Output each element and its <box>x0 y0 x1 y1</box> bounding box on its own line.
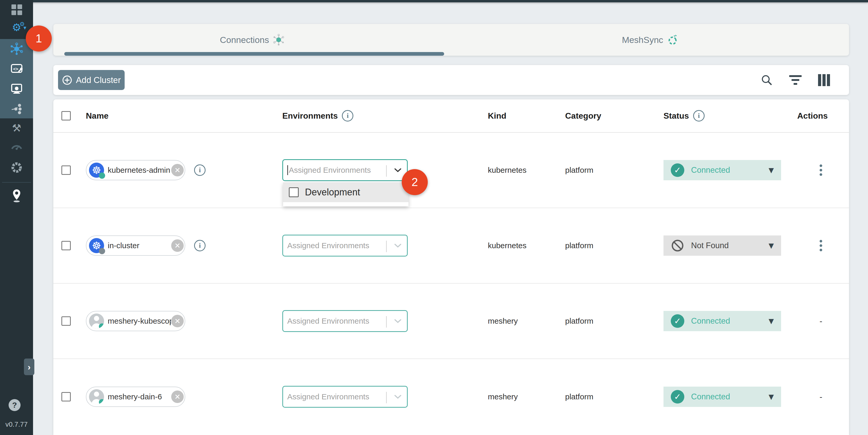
dropdown-option-development[interactable]: Development <box>283 182 408 202</box>
user-avatar <box>89 389 104 404</box>
environments-select[interactable]: Assigned Environments <box>282 310 408 332</box>
connection-name: kubernetes-admin… <box>104 166 171 175</box>
connection-status-dot <box>99 173 105 179</box>
sidebar-item-designs[interactable] <box>10 102 23 115</box>
connection-name: meshery-kubescop… <box>104 317 171 325</box>
add-cluster-button[interactable]: Add Cluster <box>58 70 125 90</box>
table-row: ☸ kubernetes-admin… ✕ i Assigned Environ… <box>53 133 849 208</box>
chevron-down-icon[interactable] <box>394 319 402 323</box>
gear-icon: ⚙⚙ <box>12 22 21 33</box>
status-select[interactable]: ✓ Connected ▼ <box>663 386 781 407</box>
row-checkbox[interactable] <box>61 241 71 250</box>
sidebar-item-adapters[interactable]: <> <box>10 62 23 75</box>
filter-icon[interactable] <box>788 73 803 87</box>
status-select[interactable]: Not Found ▼ <box>663 236 781 256</box>
expand-chevron-icon: › <box>28 362 30 372</box>
remove-connection-icon[interactable]: ✕ <box>171 315 184 327</box>
environments-placeholder: Assigned Environments <box>289 166 371 175</box>
column-header-kind[interactable]: Kind <box>488 111 506 121</box>
sidebar-item-extensions[interactable] <box>10 161 23 174</box>
table-row: meshery-dain-6 ✕ Assigned Environments m… <box>53 359 849 434</box>
lifecycle-gears-icon[interactable]: ⚙⚙ <box>10 21 23 34</box>
tools-icon: ⚒ <box>12 122 21 134</box>
sidebar-item-performance[interactable] <box>10 140 23 153</box>
connection-chip[interactable]: meshery-dain-6 ✕ <box>86 386 185 407</box>
chevron-down-icon[interactable] <box>394 168 402 173</box>
chevron-down-icon[interactable]: ▾ <box>23 25 26 31</box>
tab-meshsync[interactable]: MeshSync <box>451 24 849 56</box>
table-header-row: Name Environments i Kind Category Status… <box>53 99 849 133</box>
row-info-icon[interactable]: i <box>194 240 206 251</box>
connection-chip[interactable]: ☸ in-cluster ✕ <box>86 236 185 256</box>
row-checkbox[interactable] <box>61 316 71 326</box>
column-header-name[interactable]: Name <box>86 111 108 121</box>
environments-placeholder: Assigned Environments <box>287 317 369 325</box>
status-info-icon[interactable]: i <box>693 110 705 122</box>
sidebar-item-configuration[interactable]: ⚒ <box>10 122 23 134</box>
remove-connection-icon[interactable]: ✕ <box>171 239 184 252</box>
tab-connections[interactable]: Connections <box>53 24 451 56</box>
status-dropdown-arrow-icon[interactable]: ▼ <box>769 166 774 174</box>
kind-value: kubernetes <box>488 166 526 175</box>
meshsync-spinner-icon <box>667 34 678 45</box>
remove-connection-icon[interactable]: ✕ <box>171 391 184 403</box>
chevron-down-icon[interactable] <box>394 243 402 248</box>
status-dropdown-arrow-icon[interactable]: ▼ <box>769 393 774 401</box>
status-select[interactable]: ✓ Connected ▼ <box>663 311 781 331</box>
no-actions-dash: - <box>819 392 823 402</box>
row-info-icon[interactable]: i <box>194 164 206 176</box>
location-pin-icon <box>10 188 23 203</box>
tab-meshsync-label: MeshSync <box>622 35 663 45</box>
column-header-environments[interactable]: Environments i <box>282 110 353 122</box>
environments-select[interactable]: Assigned Environments Development <box>282 159 408 181</box>
screen-person-icon <box>10 82 23 95</box>
sidebar-item-get-started[interactable] <box>10 189 23 202</box>
connections-tabs-card: Connections MeshSync <box>53 24 849 56</box>
dashboard-grid-icon <box>11 4 22 15</box>
sidebar-expand-button[interactable]: › <box>24 359 34 375</box>
select-all-checkbox[interactable] <box>61 111 71 120</box>
status-dropdown-arrow-icon[interactable]: ▼ <box>769 242 774 249</box>
check-circle-icon: ✓ <box>671 390 684 404</box>
sidebar-item-connections[interactable] <box>10 42 23 55</box>
category-value: platform <box>565 241 593 250</box>
status-dropdown-arrow-icon[interactable]: ▼ <box>769 317 774 325</box>
remove-connection-icon[interactable]: ✕ <box>171 164 184 177</box>
meshery-app: ⚙⚙ ▾ <> <box>0 0 868 435</box>
table-row: meshery-kubescop… ✕ Assigned Environment… <box>53 284 849 359</box>
text-cursor <box>287 165 288 175</box>
annotation-step-1: 1 <box>26 26 52 52</box>
connection-name: in-cluster <box>104 241 171 250</box>
status-label: Not Found <box>691 241 729 250</box>
check-circle-icon: ✓ <box>671 163 684 177</box>
kubernetes-logo-icon: ☸ <box>89 238 104 253</box>
environments-select[interactable]: Assigned Environments <box>282 386 408 408</box>
column-header-category[interactable]: Category <box>565 111 601 121</box>
row-checkbox[interactable] <box>61 392 71 401</box>
connection-name: meshery-dain-6 <box>104 392 171 401</box>
user-avatar <box>89 313 104 329</box>
status-label: Connected <box>691 165 730 175</box>
chevron-down-icon[interactable] <box>394 395 402 399</box>
development-checkbox[interactable] <box>289 187 299 197</box>
select-divider <box>386 241 386 252</box>
search-icon[interactable] <box>760 73 774 87</box>
row-checkbox[interactable] <box>61 165 71 175</box>
status-label: Connected <box>691 316 730 326</box>
row-actions-menu-icon[interactable] <box>817 162 824 178</box>
branch-graph-icon <box>10 102 23 115</box>
toolbar-icons <box>760 65 831 95</box>
environments-info-icon[interactable]: i <box>342 110 353 122</box>
connection-chip[interactable]: ☸ kubernetes-admin… ✕ <box>86 160 185 180</box>
connection-chip[interactable]: meshery-kubescop… ✕ <box>86 311 185 331</box>
status-select[interactable]: ✓ Connected ▼ <box>663 160 781 180</box>
environments-select[interactable]: Assigned Environments <box>282 235 408 256</box>
sidebar-item-performance-user[interactable] <box>10 82 23 95</box>
row-actions-menu-icon[interactable] <box>817 238 824 253</box>
column-header-status[interactable]: Status i <box>663 110 705 122</box>
dashboard-icon[interactable] <box>10 3 23 16</box>
view-columns-icon[interactable] <box>817 73 831 87</box>
status-label: Connected <box>691 392 730 401</box>
help-button[interactable]: ? <box>8 399 21 411</box>
table-toolbar: Add Cluster <box>53 65 849 95</box>
